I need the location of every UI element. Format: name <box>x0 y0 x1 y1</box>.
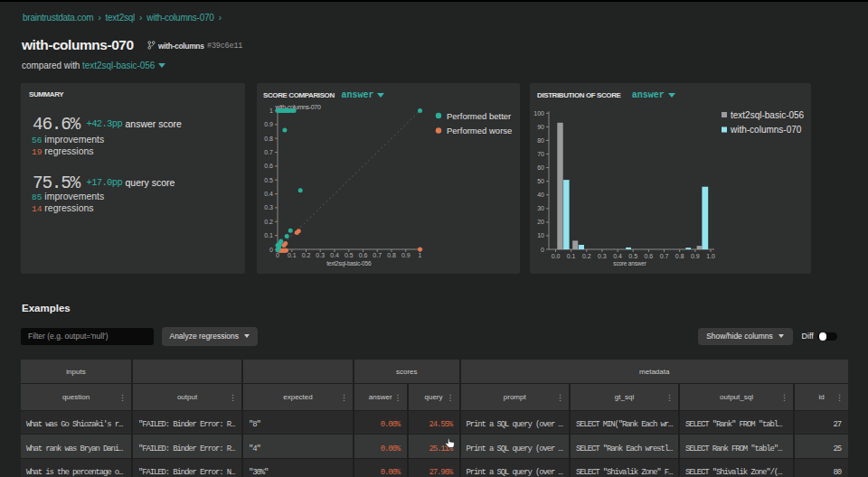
svg-text:1: 1 <box>269 108 273 114</box>
svg-text:0.1: 0.1 <box>264 232 273 238</box>
svg-text:text2sql-basic-056: text2sql-basic-056 <box>326 260 372 267</box>
svg-text:0.7: 0.7 <box>660 253 669 259</box>
svg-text:with-columns-070: with-columns-070 <box>730 125 802 135</box>
svg-text:0.5: 0.5 <box>628 253 637 259</box>
svg-text:0: 0 <box>541 247 544 253</box>
svg-text:0.9: 0.9 <box>691 253 700 259</box>
svg-text:1: 1 <box>419 252 422 258</box>
svg-text:0.9: 0.9 <box>264 121 273 127</box>
svg-text:Performed better: Performed better <box>447 111 511 121</box>
svg-text:80: 80 <box>537 137 544 144</box>
svg-text:40: 40 <box>537 192 544 198</box>
svg-text:0.1: 0.1 <box>288 252 297 258</box>
svg-text:0.2: 0.2 <box>264 219 273 225</box>
svg-text:0.5: 0.5 <box>344 252 354 258</box>
svg-text:0.2: 0.2 <box>302 252 311 258</box>
svg-text:70: 70 <box>537 151 544 157</box>
svg-text:0.7: 0.7 <box>373 252 382 258</box>
svg-text:20: 20 <box>537 219 544 225</box>
svg-text:0.8: 0.8 <box>264 136 273 142</box>
svg-text:0.0: 0.0 <box>552 253 561 259</box>
svg-text:0.1: 0.1 <box>567 253 576 259</box>
svg-text:0: 0 <box>276 252 279 258</box>
svg-text:0.8: 0.8 <box>675 253 684 259</box>
svg-text:30: 30 <box>537 205 544 211</box>
svg-text:0.4: 0.4 <box>330 252 339 258</box>
svg-text:0.6: 0.6 <box>645 253 654 259</box>
svg-text:0: 0 <box>269 247 273 253</box>
svg-text:1.0: 1.0 <box>706 253 715 259</box>
svg-text:10: 10 <box>537 232 544 238</box>
svg-text:0.7: 0.7 <box>264 149 273 155</box>
svg-text:Performed worse: Performed worse <box>447 126 512 136</box>
svg-text:0.2: 0.2 <box>582 253 591 259</box>
svg-text:0.3: 0.3 <box>264 204 273 210</box>
svg-text:0.6: 0.6 <box>359 252 368 258</box>
svg-text:90: 90 <box>537 124 544 130</box>
svg-text:0.5: 0.5 <box>264 177 273 183</box>
svg-text:text2sql-basic-056: text2sql-basic-056 <box>731 110 805 120</box>
svg-text:50: 50 <box>537 178 544 184</box>
svg-text:0.3: 0.3 <box>598 253 607 259</box>
svg-text:0.4: 0.4 <box>613 253 622 259</box>
svg-text:60: 60 <box>537 164 544 171</box>
svg-text:0.4: 0.4 <box>264 191 273 197</box>
svg-text:100: 100 <box>533 110 544 117</box>
svg-text:score answer: score answer <box>613 260 646 267</box>
svg-text:0.9: 0.9 <box>401 252 410 258</box>
svg-text:0.3: 0.3 <box>316 252 325 258</box>
svg-text:0.8: 0.8 <box>387 252 396 258</box>
svg-text:0.6: 0.6 <box>264 163 273 169</box>
